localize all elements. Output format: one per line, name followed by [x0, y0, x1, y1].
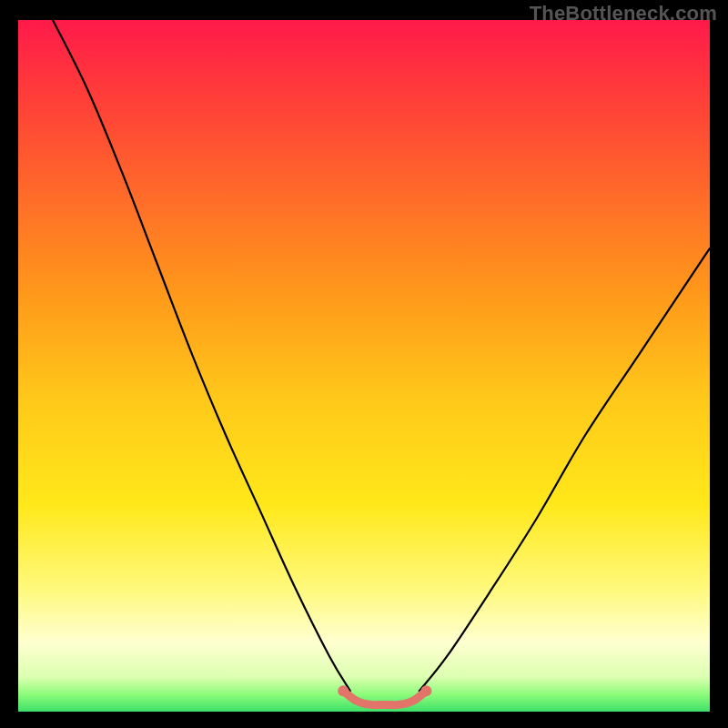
- marker-0: [338, 685, 349, 696]
- chart-frame: TheBottleneck.com: [0, 0, 728, 728]
- marker-1: [420, 685, 431, 696]
- plot-area: [18, 20, 710, 712]
- gradient-background: [18, 20, 710, 712]
- chart-svg: [18, 20, 710, 712]
